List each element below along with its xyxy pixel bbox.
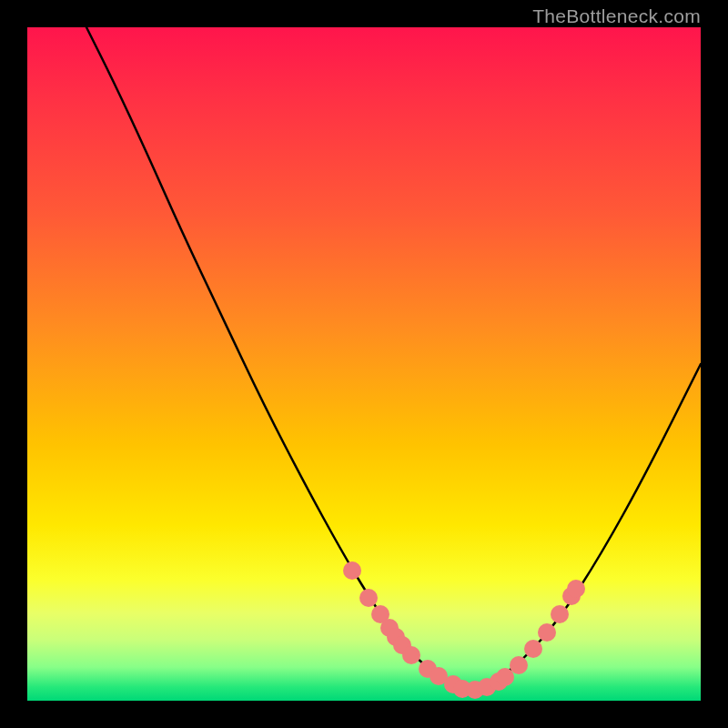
marker-dot (567, 580, 585, 598)
plot-overlay (27, 27, 701, 701)
scatter-markers (343, 561, 585, 699)
marker-dot (343, 561, 361, 580)
marker-dot (551, 605, 569, 623)
marker-dot (538, 623, 556, 642)
watermark-text: TheBottleneck.com (532, 5, 701, 27)
marker-dot (524, 640, 542, 658)
right-curve (469, 364, 701, 692)
marker-dot (510, 656, 528, 674)
left-curve (86, 27, 469, 692)
chart-stage: TheBottleneck.com (0, 0, 728, 728)
marker-dot (359, 589, 378, 607)
marker-dot (402, 646, 420, 664)
